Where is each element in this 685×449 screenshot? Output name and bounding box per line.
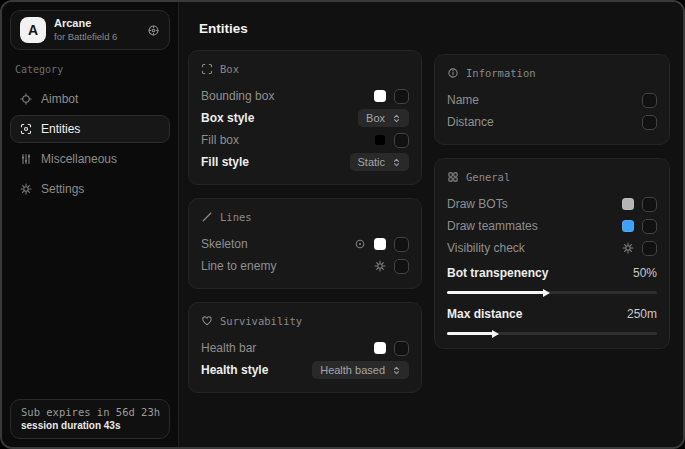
diagonal-line-icon	[201, 211, 213, 223]
health-bar-checkbox[interactable]	[394, 341, 409, 356]
information-card: Information Name Distance	[434, 54, 670, 145]
unfold-icon	[392, 366, 401, 375]
setting-row-draw-teammates: Draw teammates	[447, 215, 657, 237]
sidebar: A Arcane for Battlefield 6 Category Aimb…	[2, 2, 178, 447]
sidebar-item-entities[interactable]: Entities	[10, 115, 170, 143]
sidebar-item-label: Settings	[41, 182, 84, 196]
fill-box-checkbox[interactable]	[394, 133, 409, 148]
dropdown-value: Health based	[320, 364, 385, 376]
brand-card: A Arcane for Battlefield 6	[10, 10, 170, 50]
box-style-dropdown[interactable]: Box	[358, 109, 409, 127]
setting-label: Visibility check	[447, 241, 525, 255]
sidebar-nav: Aimbot Entities	[10, 85, 170, 203]
slider-thumb[interactable]	[492, 330, 499, 338]
setting-row-box-style: Box style Box	[201, 107, 409, 129]
gear-icon[interactable]	[374, 260, 386, 272]
draw-bots-checkbox[interactable]	[642, 197, 657, 212]
setting-row-fill-box: Fill box	[201, 129, 409, 151]
sliders-icon	[20, 153, 32, 165]
skeleton-checkbox[interactable]	[394, 237, 409, 252]
setting-label: Bot transpenency	[447, 266, 548, 280]
color-swatch[interactable]	[622, 198, 634, 210]
right-column: Information Name Distance	[434, 54, 670, 349]
card-title: Box	[220, 63, 239, 75]
color-swatch[interactable]	[374, 90, 386, 102]
slider-value: 50%	[633, 266, 657, 280]
bot-transparency-slider[interactable]	[447, 291, 657, 294]
entities-scan-icon	[20, 123, 32, 135]
color-swatch[interactable]	[374, 342, 386, 354]
gear-icon[interactable]	[622, 242, 634, 254]
max-distance-slider[interactable]	[447, 332, 657, 335]
survivability-card: Survivability Health bar Health style He…	[188, 302, 422, 393]
card-title: General	[466, 171, 510, 183]
sub-expiry-text: Sub expires in 56d 23h	[21, 406, 159, 418]
brand-logo: A	[20, 17, 46, 43]
setting-label: Health style	[201, 363, 268, 377]
main-content: Entities Box Bounding box	[178, 2, 683, 447]
unfold-icon	[392, 114, 401, 123]
color-swatch[interactable]	[622, 220, 634, 232]
setting-row-bounding-box: Bounding box	[201, 85, 409, 107]
bot-transparency-slider-group: Bot transpenency 50%	[447, 262, 657, 294]
health-style-dropdown[interactable]: Health based	[312, 361, 409, 379]
unfold-icon	[392, 158, 401, 167]
card-title: Lines	[220, 211, 252, 223]
brand-settings-icon[interactable]	[147, 24, 160, 37]
info-circle-icon	[447, 67, 459, 79]
gear-icon	[20, 183, 32, 195]
setting-label: Distance	[447, 115, 494, 129]
setting-label: Line to enemy	[201, 259, 276, 273]
fill-style-dropdown[interactable]: Static	[350, 153, 410, 171]
dropdown-value: Box	[366, 112, 385, 124]
dropdown-value: Static	[358, 156, 386, 168]
slider-value: 250m	[627, 307, 657, 321]
lines-card: Lines Skeleton	[188, 198, 422, 289]
color-swatch[interactable]	[374, 238, 386, 250]
session-duration-text: session duration 43s	[21, 420, 159, 431]
name-checkbox[interactable]	[642, 93, 657, 108]
setting-row-line-to-enemy: Line to enemy	[201, 255, 409, 277]
left-column: Box Bounding box Box style Box	[188, 50, 422, 393]
page-title: Entities	[199, 21, 670, 36]
sidebar-item-label: Miscellaneous	[41, 152, 117, 166]
setting-row-health-style: Health style Health based	[201, 359, 409, 381]
draw-teammates-checkbox[interactable]	[642, 219, 657, 234]
distance-checkbox[interactable]	[642, 115, 657, 130]
subscription-status-card: Sub expires in 56d 23h session duration …	[10, 399, 170, 439]
sidebar-item-label: Entities	[41, 122, 80, 136]
dot-circle-icon[interactable]	[354, 238, 366, 250]
card-title: Survivability	[220, 315, 302, 327]
setting-label: Fill box	[201, 133, 239, 147]
visibility-check-checkbox[interactable]	[642, 241, 657, 256]
setting-row-distance: Distance	[447, 111, 657, 133]
box-card: Box Bounding box Box style Box	[188, 50, 422, 185]
setting-label: Draw BOTs	[447, 197, 508, 211]
brand-subtitle: for Battlefield 6	[54, 31, 117, 43]
setting-row-name: Name	[447, 89, 657, 111]
color-swatch[interactable]	[374, 134, 386, 146]
category-label: Category	[15, 64, 165, 75]
setting-row-health-bar: Health bar	[201, 337, 409, 359]
sidebar-item-aimbot[interactable]: Aimbot	[10, 85, 170, 113]
max-distance-slider-group: Max distance 250m	[447, 303, 657, 335]
setting-label: Health bar	[201, 341, 256, 355]
setting-row-fill-style: Fill style Static	[201, 151, 409, 173]
box-corners-icon	[201, 63, 213, 75]
setting-row-skeleton: Skeleton	[201, 233, 409, 255]
heart-icon	[201, 315, 213, 327]
sidebar-item-miscellaneous[interactable]: Miscellaneous	[10, 145, 170, 173]
grid-icon	[447, 171, 459, 183]
line-to-enemy-checkbox[interactable]	[394, 259, 409, 274]
card-title: Information	[466, 67, 536, 79]
setting-row-draw-bots: Draw BOTs	[447, 193, 657, 215]
setting-label: Bounding box	[201, 89, 274, 103]
setting-label: Skeleton	[201, 237, 248, 251]
sidebar-item-label: Aimbot	[41, 92, 78, 106]
setting-label: Box style	[201, 111, 254, 125]
setting-row-visibility-check: Visibility check	[447, 237, 657, 259]
slider-thumb[interactable]	[543, 289, 550, 297]
sidebar-item-settings[interactable]: Settings	[10, 175, 170, 203]
bounding-box-checkbox[interactable]	[394, 89, 409, 104]
general-card: General Draw BOTs Draw teammates	[434, 158, 670, 349]
